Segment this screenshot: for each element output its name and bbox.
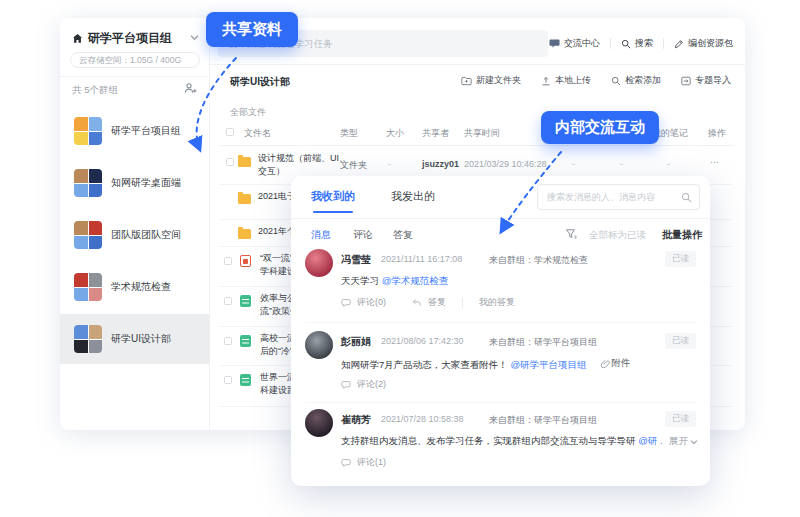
mention-link[interactable]: @学术规范检查 xyxy=(382,275,449,286)
pencil-icon xyxy=(674,39,684,49)
file-name[interactable]: 设计规范（前端、UI、 xyxy=(258,152,348,165)
message-time: 2021/11/11 16:17:08 xyxy=(381,254,462,264)
message-search-input[interactable] xyxy=(537,184,700,210)
message-actions: 评论(0) 答复 我的答复 xyxy=(341,296,515,309)
message-time: 2021/08/06 17:42:30 xyxy=(381,336,464,346)
row-checkbox[interactable] xyxy=(226,158,234,166)
search-icon xyxy=(611,76,621,86)
file-cell: - xyxy=(620,159,623,169)
sidebar-item-group-4[interactable]: 学术规范检查 xyxy=(60,262,210,312)
message-item-2[interactable]: 彭丽娟 2021/08/06 17:42:30 来自群组：研学平台项目组 已读 … xyxy=(291,328,710,404)
topic-import-button[interactable]: 专题导入 xyxy=(681,74,731,87)
tab-sent[interactable]: 我发出的 xyxy=(391,189,435,204)
search-icon[interactable] xyxy=(681,192,692,203)
search-button[interactable]: 搜索 xyxy=(621,37,653,50)
sender-name: 彭丽娟 xyxy=(341,335,371,349)
expand-button[interactable]: 展开 xyxy=(669,435,698,448)
sidebar-item-group-2[interactable]: 知网研学桌面端 xyxy=(60,158,210,208)
divider xyxy=(462,298,463,308)
my-reply-button[interactable]: 我的答复 xyxy=(479,296,515,309)
filter-funnel-icon[interactable] xyxy=(565,228,577,240)
filter-tab-message[interactable]: 消息 xyxy=(311,228,331,242)
group-avatar xyxy=(74,273,102,301)
divider xyxy=(220,145,733,146)
local-upload-button[interactable]: 本地上传 xyxy=(541,74,591,87)
sidebar-item-label: 学术规范检查 xyxy=(111,280,171,294)
upload-icon xyxy=(541,76,551,86)
read-status-badge: 已读 xyxy=(665,251,696,267)
search-add-button[interactable]: 检索添加 xyxy=(611,74,661,87)
message-source-group: 来自群组：学术规范检查 xyxy=(489,254,588,267)
file-notes: - xyxy=(667,159,670,169)
message-time: 2021/07/28 10:58:38 xyxy=(381,414,464,424)
comment-button[interactable]: 评论(0) xyxy=(357,296,386,309)
column-header-type[interactable]: 类型 xyxy=(340,127,358,140)
file-toolbar: 新建文件夹 本地上传 检索添加 专题导入 xyxy=(461,74,731,87)
folder-icon xyxy=(238,229,251,239)
filter-tab-comment[interactable]: 评论 xyxy=(353,228,373,242)
spreadsheet-file-icon xyxy=(240,374,251,386)
row-checkbox[interactable] xyxy=(224,257,232,265)
message-text: 知网研学7月产品动态，大家查看附件！ @研学平台项目组附件 xyxy=(341,357,662,372)
column-header-action[interactable]: 操作 xyxy=(708,127,726,140)
row-checkbox[interactable] xyxy=(224,297,232,305)
tab-received[interactable]: 我收到的 xyxy=(311,189,355,204)
workspace-selector[interactable]: 研学平台项目组 xyxy=(72,30,172,47)
chat-center-button[interactable]: 交流中心 xyxy=(549,37,600,50)
file-type: 文件夹 xyxy=(340,159,367,172)
file-size: - xyxy=(388,159,391,169)
sidebar-item-group-3[interactable]: 团队版团队空间 xyxy=(60,210,210,260)
all-files-filter[interactable]: 全部文件 xyxy=(230,106,266,119)
group-avatar xyxy=(74,325,102,353)
row-more-button[interactable]: ⋯ xyxy=(710,157,719,167)
reply-button[interactable]: 答复 xyxy=(428,296,446,309)
message-source-group: 来自群组：研学平台项目组 xyxy=(489,414,597,427)
comment-icon xyxy=(341,298,351,308)
file-name[interactable]: 交互） xyxy=(258,165,285,178)
page-title: 研学UI设计部 xyxy=(230,75,290,89)
sidebar-item-group-5-active[interactable]: 研学UI设计部 xyxy=(60,314,210,364)
sidebar-item-group-1[interactable]: 研学平台项目组 xyxy=(60,106,210,156)
new-folder-icon xyxy=(461,76,472,86)
read-status-badge: 已读 xyxy=(665,333,696,349)
column-header-time[interactable]: 共享时间 xyxy=(464,127,500,140)
group-avatar xyxy=(74,117,102,145)
topbar-actions: 交流中心 搜索 编创资源包 xyxy=(549,30,733,57)
sidebar: 研学平台项目组 云存储空间：1.05G / 400G 共 5个群组 研学平台项目… xyxy=(60,18,210,430)
message-text: 天天学习 @学术规范检查 xyxy=(341,275,662,288)
sidebar-item-label: 研学平台项目组 xyxy=(111,124,181,138)
sidebar-item-label: 团队版团队空间 xyxy=(111,228,181,242)
attachment-link[interactable]: 附件 xyxy=(601,357,631,370)
mark-all-read-button[interactable]: 全部标为已读 xyxy=(589,229,646,242)
column-header-size[interactable]: 大小 xyxy=(386,127,404,140)
spreadsheet-file-icon xyxy=(240,295,251,307)
message-actions: 评论(1) xyxy=(341,456,386,469)
file-sharer: jsuzzy01 xyxy=(422,159,459,169)
divider xyxy=(610,38,611,49)
filter-tab-reply[interactable]: 答复 xyxy=(393,228,413,242)
add-group-icon[interactable] xyxy=(184,82,197,95)
mention-link[interactable]: @研 ... xyxy=(638,435,662,446)
divider xyxy=(210,64,745,65)
file-share-time: 2021/03/29 10:46:28 xyxy=(464,159,547,169)
divider xyxy=(663,38,664,49)
column-header-name[interactable]: 文件名 xyxy=(244,127,271,140)
message-text: 支持群组内发消息、发布学习任务，实现群组内部交流互动与导学导研 @研 ... xyxy=(341,435,662,448)
divider xyxy=(305,322,696,323)
mention-link[interactable]: @研学平台项目组 xyxy=(510,359,586,370)
chat-bubble-icon xyxy=(549,38,560,49)
file-cell: - xyxy=(572,159,575,169)
select-all-checkbox[interactable] xyxy=(226,128,234,136)
new-folder-button[interactable]: 新建文件夹 xyxy=(461,74,521,87)
message-item-1[interactable]: 冯雪莹 2021/11/11 16:17:08 来自群组：学术规范检查 已读 天… xyxy=(291,246,710,322)
row-checkbox[interactable] xyxy=(224,337,232,345)
row-checkbox[interactable] xyxy=(224,376,232,384)
resource-pack-button[interactable]: 编创资源包 xyxy=(674,37,733,50)
column-header-sharer[interactable]: 共享者 xyxy=(422,127,449,140)
comment-button[interactable]: 评论(1) xyxy=(357,456,386,469)
sender-name: 冯雪莹 xyxy=(341,253,371,267)
chevron-down-icon[interactable] xyxy=(190,33,199,42)
message-item-3[interactable]: 崔萌芳 2021/07/28 10:58:38 来自群组：研学平台项目组 已读 … xyxy=(291,406,710,482)
batch-operation-button[interactable]: 批量操作 xyxy=(662,228,702,242)
comment-button[interactable]: 评论(2) xyxy=(357,378,386,391)
